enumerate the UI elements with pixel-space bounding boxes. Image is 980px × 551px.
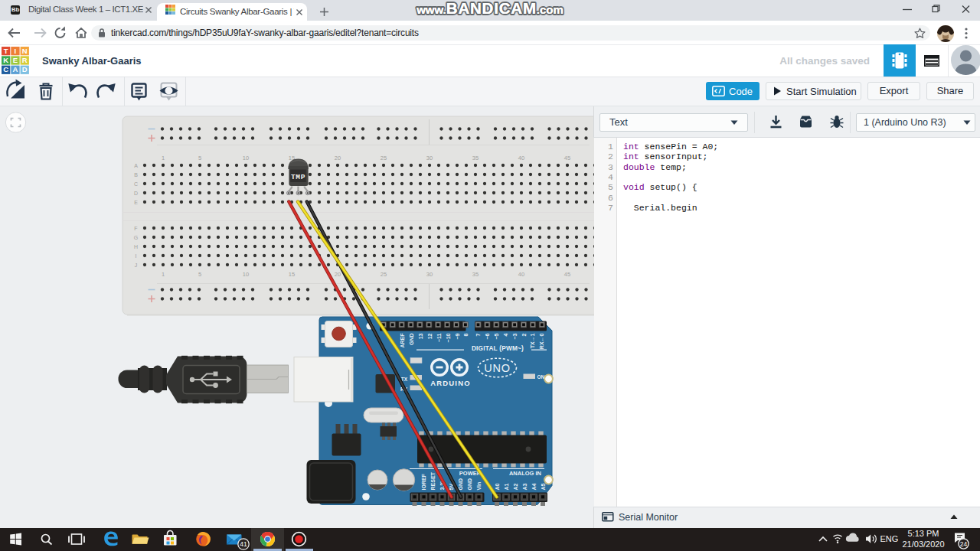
svg-text:A2: A2: [513, 483, 518, 490]
svg-text:UNO: UNO: [484, 362, 511, 374]
svg-text:35: 35: [472, 271, 479, 278]
svg-text:A1: A1: [504, 483, 509, 490]
svg-text:2: 2: [521, 333, 527, 336]
svg-text:5: 5: [198, 271, 201, 278]
svg-text:40: 40: [518, 155, 524, 161]
svg-text:RX←0: RX←0: [539, 333, 544, 349]
svg-text:Vin: Vin: [476, 482, 482, 491]
svg-text:A5: A5: [541, 483, 546, 490]
svg-text:40: 40: [518, 271, 524, 278]
svg-text:ENG: ENG: [880, 534, 899, 543]
svg-text:A3: A3: [522, 483, 528, 490]
svg-text:C: C: [134, 181, 138, 187]
svg-text:~5: ~5: [494, 333, 499, 339]
svg-text:H: H: [134, 244, 138, 249]
svg-text:5:13 PM: 5:13 PM: [908, 529, 939, 538]
svg-text:12: 12: [427, 333, 433, 339]
svg-text:25: 25: [381, 271, 387, 278]
svg-text:C: C: [3, 65, 8, 73]
svg-text:ANALOG IN: ANALOG IN: [509, 470, 541, 477]
svg-text:N: N: [22, 47, 28, 55]
svg-text:4: 4: [503, 333, 508, 336]
svg-text:~3: ~3: [512, 333, 518, 339]
svg-text:25: 25: [381, 155, 387, 161]
svg-text:GND: GND: [409, 334, 414, 346]
svg-text:15: 15: [289, 271, 295, 278]
svg-text:30: 30: [426, 155, 433, 161]
svg-text:ON: ON: [537, 374, 545, 380]
svg-text:F: F: [134, 226, 137, 231]
svg-text:1: 1: [162, 155, 165, 161]
svg-text:20: 20: [335, 155, 341, 161]
svg-text:www.BANDICAM.com: www.BANDICAM.com: [416, 0, 564, 17]
svg-text:A: A: [134, 163, 138, 168]
svg-text:DIGITAL (PWM~): DIGITAL (PWM~): [472, 344, 524, 352]
svg-text:TMP: TMP: [291, 173, 305, 181]
svg-text:E: E: [13, 56, 18, 64]
svg-text:J: J: [135, 262, 138, 268]
svg-text:E: E: [134, 200, 138, 205]
svg-text:A4: A4: [531, 483, 537, 490]
svg-text:30: 30: [426, 271, 433, 278]
svg-text:I: I: [15, 47, 17, 55]
svg-text:8: 8: [463, 333, 469, 336]
svg-text:G: G: [134, 235, 138, 240]
svg-text:AREF: AREF: [400, 333, 405, 348]
svg-text:45: 45: [564, 155, 570, 161]
svg-text:10: 10: [243, 155, 249, 161]
svg-text:~10: ~10: [446, 333, 451, 342]
svg-text:21/03/2020: 21/03/2020: [902, 540, 944, 549]
svg-text:45: 45: [564, 271, 570, 278]
svg-text:7: 7: [475, 333, 481, 336]
svg-text:D: D: [134, 191, 138, 196]
svg-text:ARDUINO: ARDUINO: [430, 379, 471, 387]
svg-text:20: 20: [335, 271, 341, 278]
svg-text:41: 41: [240, 540, 247, 548]
svg-text:R: R: [22, 56, 28, 64]
svg-text:A: A: [12, 65, 18, 73]
svg-text:IOREF: IOREF: [421, 473, 426, 490]
svg-text:GND: GND: [467, 478, 472, 491]
svg-text:T: T: [4, 47, 8, 55]
svg-text:10: 10: [243, 271, 249, 278]
svg-text:GND: GND: [458, 478, 463, 491]
svg-text:A0: A0: [495, 483, 500, 490]
svg-text:TX→1: TX→1: [530, 333, 535, 348]
svg-text:I: I: [136, 253, 137, 259]
svg-text:1: 1: [162, 271, 165, 278]
svg-text:K: K: [3, 56, 8, 64]
svg-text:~11: ~11: [436, 333, 442, 342]
svg-text:24: 24: [960, 540, 968, 548]
svg-text:35: 35: [472, 155, 479, 161]
svg-text:D: D: [22, 65, 28, 73]
svg-text:5: 5: [198, 155, 201, 161]
svg-text:RESET: RESET: [430, 471, 436, 490]
svg-text:13: 13: [418, 333, 423, 339]
svg-text:~9: ~9: [455, 333, 460, 339]
svg-text:B: B: [134, 172, 138, 178]
svg-text:~6: ~6: [485, 333, 490, 339]
